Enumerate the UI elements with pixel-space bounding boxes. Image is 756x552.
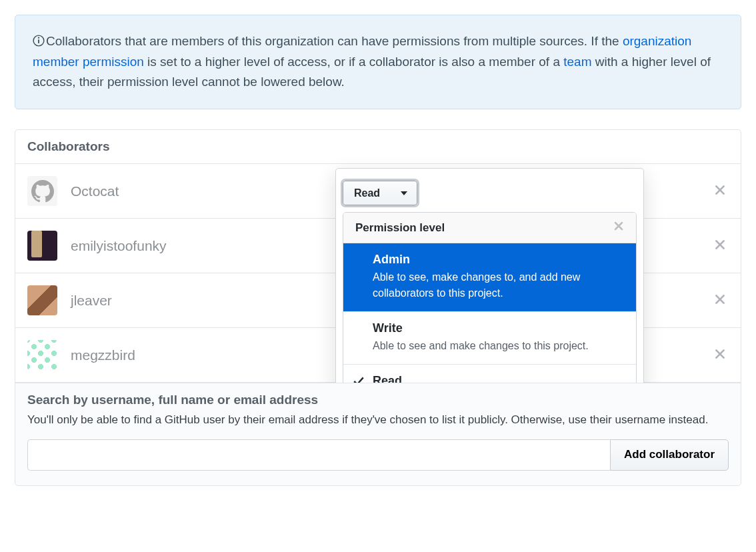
- svg-point-2: [38, 37, 39, 39]
- avatar: [27, 285, 57, 315]
- remove-collaborator-button[interactable]: [711, 236, 729, 255]
- collaborator-search-input[interactable]: [27, 439, 610, 471]
- search-help-text: You'll only be able to find a GitHub use…: [27, 411, 729, 429]
- remove-collaborator-button[interactable]: [711, 291, 729, 310]
- permission-level-button[interactable]: Read: [343, 181, 417, 205]
- collaborators-panel: Collaborators Octocat emilyistoofunky jl…: [15, 129, 741, 486]
- add-collaborator-button[interactable]: Add collaborator: [610, 439, 729, 471]
- dropdown-title: Permission level: [355, 221, 445, 235]
- option-title: Write: [373, 321, 624, 335]
- info-banner: Collaborators that are members of this o…: [15, 15, 741, 109]
- svg-rect-1: [38, 39, 39, 43]
- remove-collaborator-button[interactable]: [711, 181, 729, 201]
- option-title: Admin: [373, 253, 624, 267]
- avatar: [27, 176, 57, 206]
- avatar: [27, 340, 57, 370]
- permission-option-admin[interactable]: Admin Able to see, make changes to, and …: [343, 243, 636, 311]
- avatar: [27, 231, 57, 261]
- panel-footer: Search by username, full name or email a…: [15, 383, 741, 485]
- option-desc: Able to see, make changes to, and add ne…: [373, 269, 624, 300]
- banner-text-pre: Collaborators that are members of this o…: [46, 34, 623, 48]
- option-desc: Able to see and make changes to this pro…: [373, 338, 624, 353]
- banner-text-mid: is set to a higher level of access, or i…: [144, 55, 563, 69]
- info-icon: [33, 33, 45, 52]
- dropdown-header: Permission level: [343, 213, 636, 243]
- close-icon[interactable]: [613, 221, 624, 235]
- permission-option-write[interactable]: Write Able to see and make changes to th…: [343, 312, 636, 365]
- team-link[interactable]: team: [563, 55, 591, 69]
- remove-collaborator-button[interactable]: [711, 345, 729, 365]
- permission-button-label: Read: [354, 187, 380, 199]
- caret-down-icon: [401, 191, 407, 195]
- panel-title: Collaborators: [15, 130, 741, 164]
- search-label: Search by username, full name or email a…: [27, 393, 729, 407]
